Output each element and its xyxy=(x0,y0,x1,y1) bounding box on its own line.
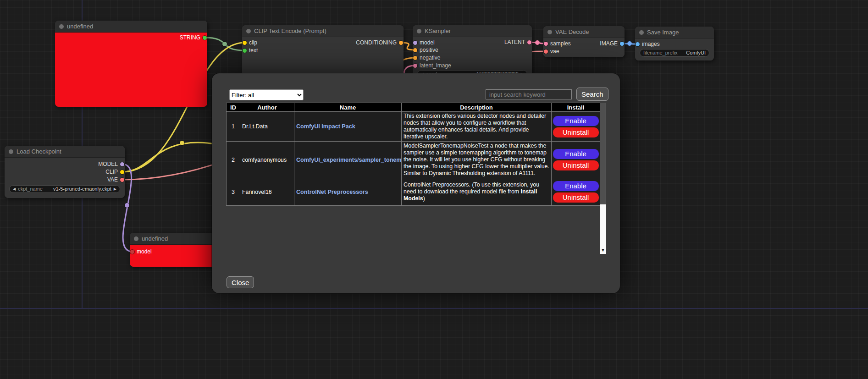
output-pin-string[interactable] xyxy=(203,36,207,40)
scroll-down-arrow-icon[interactable]: ▼ xyxy=(600,247,606,254)
input-slot-model: model xyxy=(130,248,221,255)
node-body: MODEL CLIP VAE ◀ ckpt_name v1-5-pruned-e… xyxy=(5,158,125,198)
node-title-bar[interactable]: Save Image xyxy=(635,27,714,38)
node-undefined-bottom[interactable]: undefined model xyxy=(130,233,221,267)
ext-id: 2 xyxy=(227,142,240,178)
output-slot-latent: LATENT xyxy=(413,38,532,46)
input-slot-label: latent_image xyxy=(420,62,451,69)
input-pin-images[interactable] xyxy=(636,42,640,46)
decrement-arrow-icon[interactable]: ◀ xyxy=(13,186,16,192)
header-install: Install xyxy=(552,103,600,112)
output-slot-model: MODEL xyxy=(5,160,125,168)
ext-name-link[interactable]: ComfyUI Impact Pack xyxy=(296,123,355,130)
collapse-dot-icon[interactable] xyxy=(547,30,552,34)
node-body: samples vae IMAGE xyxy=(543,38,625,57)
output-pin-image[interactable] xyxy=(620,42,624,46)
ext-install-cell: Enable Uninstall xyxy=(552,178,600,206)
output-slot-image: IMAGE xyxy=(543,40,625,47)
ckpt-name-widget[interactable]: ◀ ckpt_name v1-5-pruned-emaonly.ckpt ▶ xyxy=(9,185,120,193)
header-id: ID xyxy=(227,103,240,112)
output-slot-conditioning: CONDITIONING xyxy=(242,39,404,46)
input-slot-text: text xyxy=(242,47,404,54)
output-slot-label: CLIP xyxy=(105,169,118,175)
enable-button[interactable]: Enable xyxy=(553,149,599,159)
input-slot-negative: negative xyxy=(413,54,532,61)
input-pin-vae[interactable] xyxy=(544,49,548,54)
output-slot-string: STRING xyxy=(55,34,207,41)
ext-name-link[interactable]: ComfyUI_experiments/sampler_tonemap xyxy=(296,157,402,163)
node-title-bar[interactable]: VAE Decode xyxy=(543,26,625,38)
node-title-bar[interactable]: KSampler xyxy=(413,25,532,37)
node-title-bar[interactable]: undefined xyxy=(55,21,207,33)
widget-value: v1-5-pruned-emaonly.ckpt xyxy=(53,186,111,192)
output-pin-model[interactable] xyxy=(120,162,124,166)
input-pin-text[interactable] xyxy=(243,49,247,53)
enable-button[interactable]: Enable xyxy=(553,116,599,126)
collapse-dot-icon[interactable] xyxy=(639,30,644,35)
table-header-row: ID Author Name Description Install xyxy=(227,103,600,112)
output-slot-clip: CLIP xyxy=(5,168,125,176)
input-slot-latent-image: latent_image xyxy=(413,62,532,69)
node-load-checkpoint[interactable]: Load Checkpoint MODEL CLIP VAE ◀ ckpt_na… xyxy=(5,146,125,198)
extension-table-wrap: ID Author Name Description Install 1 Dr.… xyxy=(226,103,606,254)
ext-description: ControlNet Preprocessors. (To use this e… xyxy=(402,178,552,206)
enable-button[interactable]: Enable xyxy=(553,181,599,191)
scrollbar-thumb[interactable] xyxy=(600,103,606,204)
uninstall-button[interactable]: Uninstall xyxy=(553,160,599,170)
table-scrollbar[interactable]: ▼ xyxy=(600,103,606,254)
input-pin-positive[interactable] xyxy=(413,48,417,52)
output-slot-label: MODEL xyxy=(98,161,118,167)
output-pin-latent[interactable] xyxy=(527,40,531,44)
ext-author: Dr.Lt.Data xyxy=(240,112,294,142)
uninstall-button[interactable]: Uninstall xyxy=(553,127,599,137)
collapse-dot-icon[interactable] xyxy=(134,236,138,241)
search-button[interactable]: Search xyxy=(576,88,608,101)
output-slot-label: VAE xyxy=(107,176,118,183)
input-pin-latent-image[interactable] xyxy=(413,64,417,68)
ext-name-link[interactable]: ControlNet Preprocessors xyxy=(296,189,368,195)
collapse-dot-icon[interactable] xyxy=(9,149,13,154)
filter-select[interactable]: Filter: all xyxy=(229,89,304,100)
extension-row: 1 Dr.Lt.Data ComfyUI Impact Pack This ex… xyxy=(227,112,600,142)
node-title-bar[interactable]: CLIP Text Encode (Prompt) xyxy=(242,25,404,37)
node-body: STRING xyxy=(55,33,207,107)
filename-prefix-widget[interactable]: filename_prefix ComfyUI xyxy=(640,49,709,57)
input-slot-label: vae xyxy=(550,48,559,55)
input-slot-label: model xyxy=(137,248,152,255)
collapse-dot-icon[interactable] xyxy=(417,29,421,33)
node-title-bar[interactable]: undefined xyxy=(130,233,221,245)
output-pin-clip[interactable] xyxy=(120,170,124,174)
output-pin-vae[interactable] xyxy=(120,178,124,182)
output-slot-label: LATENT xyxy=(504,39,525,45)
node-undefined-top[interactable]: undefined STRING xyxy=(55,21,207,107)
collapse-dot-icon[interactable] xyxy=(246,29,251,33)
node-title-bar[interactable]: Load Checkpoint xyxy=(5,146,125,158)
input-slot-label: negative xyxy=(420,55,440,61)
input-slot-label: images xyxy=(642,41,660,47)
ext-description: ModelSamplerTonemapNoiseTest a node that… xyxy=(402,142,552,178)
widget-name: ckpt_name xyxy=(18,186,43,192)
link-midpoint-dot xyxy=(125,203,129,208)
link-midpoint-dot xyxy=(535,40,540,45)
input-pin-negative[interactable] xyxy=(413,56,417,60)
search-input[interactable] xyxy=(486,89,572,99)
node-save-image[interactable]: Save Image images filename_prefix ComfyU… xyxy=(635,27,714,60)
increment-arrow-icon[interactable]: ▶ xyxy=(114,186,116,192)
collapse-dot-icon[interactable] xyxy=(59,24,64,29)
node-vae-decode[interactable]: VAE Decode samples vae IMAGE xyxy=(543,26,625,57)
input-slot-label: positive xyxy=(420,47,438,53)
node-title: VAE Decode xyxy=(555,28,589,35)
node-body: images filename_prefix ComfyUI xyxy=(635,38,714,60)
input-pin-model[interactable] xyxy=(130,250,134,254)
node-title: undefined xyxy=(142,235,168,242)
input-slot-images: images xyxy=(635,40,714,48)
input-slot-positive: positive xyxy=(413,46,532,54)
node-title: Save Image xyxy=(647,29,679,36)
widget-value: ComfyUI xyxy=(686,49,706,56)
ext-author: Fannovel16 xyxy=(240,178,294,206)
output-slot-label: STRING xyxy=(180,34,200,41)
uninstall-button[interactable]: Uninstall xyxy=(553,192,599,203)
ext-description: This extension offers various detector n… xyxy=(402,112,552,142)
close-button[interactable]: Close xyxy=(227,276,254,288)
output-pin-conditioning[interactable] xyxy=(399,41,403,45)
